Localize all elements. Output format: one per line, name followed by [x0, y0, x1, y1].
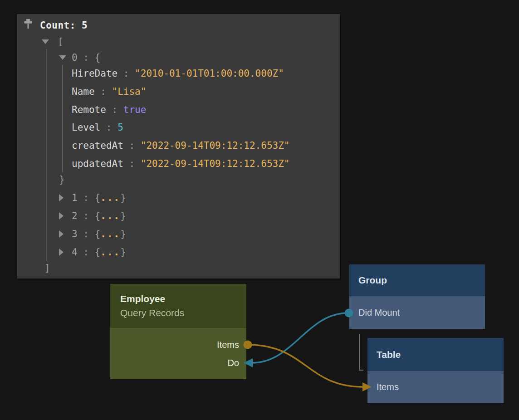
json-token-index: 1 [72, 192, 78, 203]
tree-guide-line [62, 65, 63, 172]
json-token-string: "Lisa" [112, 86, 147, 97]
json-token-key: Name [72, 86, 95, 97]
json-token-punct: : [78, 210, 95, 221]
tree-row: 3 : {...} [59, 226, 126, 242]
wire-didmount-to-do[interactable] [251, 313, 349, 363]
json-token-bool: true [123, 104, 147, 115]
expander-collapsed-icon[interactable] [59, 212, 72, 220]
json-token-punct: } [120, 247, 126, 258]
port-label: Items [377, 382, 399, 392]
node-table[interactable]: Table Items [367, 338, 504, 403]
node-title: Group [358, 275, 387, 286]
tree-row: } [59, 171, 65, 188]
expander-collapsed-icon[interactable] [59, 230, 72, 238]
json-token-key: HireDate [72, 68, 118, 79]
pin-icon[interactable] [23, 19, 33, 32]
json-token-dots: ... [100, 229, 120, 239]
json-token-punct: } [120, 210, 126, 221]
node-employee[interactable]: Employee Query Records Items Do [110, 284, 246, 379]
tree-row: Name : "Lisa" [72, 83, 146, 100]
tree-row: Level : 5 [72, 119, 123, 136]
json-token-index: 4 [72, 247, 78, 258]
json-token-punct: : [123, 158, 141, 169]
json-token-punct: : [100, 122, 118, 133]
json-token-punct: : [118, 68, 135, 79]
tree-guide-line [46, 49, 47, 261]
expander-collapsed-icon[interactable] [59, 194, 72, 201]
tree-row: 0 : { [59, 49, 100, 66]
node-employee-body: Items Do [110, 328, 246, 379]
json-token-string: "2022-09-14T09:12:12.653Z" [141, 158, 290, 169]
json-token-punct: } [120, 229, 126, 239]
expander-collapsed-icon[interactable] [59, 249, 72, 256]
json-token-key: updatedAt [72, 158, 123, 169]
node-subtitle: Query Records [120, 306, 246, 320]
node-group-header: Group [349, 264, 485, 296]
port-group-didmount[interactable]: Did Mount [349, 296, 485, 329]
inspector-panel: Count: 5 [0 : {HireDate : "2010-01-01T01… [17, 14, 340, 278]
port-employee-do[interactable]: Do [227, 357, 239, 369]
node-title: Table [377, 349, 401, 360]
json-token-string: "2022-09-14T09:12:12.653Z" [141, 140, 290, 151]
json-token-index: 3 [72, 229, 78, 239]
json-token-punct: : [78, 52, 95, 63]
port-label: Items [217, 340, 239, 350]
json-token-punct: : [106, 104, 123, 115]
hierarchy-connector-line [359, 334, 363, 370]
json-token-num: 5 [118, 122, 123, 133]
json-token-punct: : [95, 86, 112, 97]
json-token-punct: { [95, 247, 101, 258]
json-token-punct: : [78, 192, 95, 203]
json-token-punct: : [78, 247, 95, 258]
node-title: Employee [120, 292, 246, 306]
port-table-items[interactable]: Items [367, 371, 504, 403]
tree-row: [ [42, 34, 64, 50]
tree-row: createdAt : "2022-09-14T09:12:12.653Z" [72, 137, 289, 154]
node-table-header: Table [367, 338, 504, 371]
tree-row: ] [44, 260, 50, 276]
json-token-key: Level [72, 122, 100, 133]
node-group[interactable]: Group Did Mount [349, 264, 485, 329]
expander-open-icon[interactable] [59, 55, 72, 60]
json-token-dots: ... [100, 192, 120, 203]
tree-row: updatedAt : "2022-09-14T09:12:12.653Z" [72, 156, 289, 172]
expander-open-icon[interactable] [42, 39, 58, 44]
json-token-punct: ] [44, 263, 50, 273]
json-token-punct: { [95, 229, 101, 239]
tree-row: 2 : {...} [59, 208, 126, 224]
inspector-title: Count: 5 [40, 20, 88, 31]
json-token-string: "2010-01-01T01:00:00.000Z" [135, 68, 284, 79]
port-label: Do [227, 358, 239, 368]
json-token-key: createdAt [72, 140, 123, 151]
json-token-index: 2 [72, 210, 78, 221]
json-token-punct: { [95, 192, 101, 203]
port-employee-items[interactable]: Items [217, 339, 239, 351]
tree-row: 1 : {...} [59, 190, 126, 206]
node-employee-header: Employee Query Records [110, 284, 246, 328]
json-token-index: 0 [72, 52, 78, 63]
port-label: Did Mount [358, 308, 400, 318]
json-token-dots: ... [100, 210, 120, 221]
tree-row: Remote : true [72, 102, 146, 118]
tree-row: 4 : {...} [59, 244, 126, 260]
flow-canvas[interactable]: { "inspector": { "pinned": true, "title"… [0, 0, 519, 420]
json-token-key: Remote [72, 104, 106, 115]
json-token-punct: : [78, 229, 95, 239]
json-token-punct: { [95, 52, 101, 63]
json-token-punct: } [59, 174, 65, 185]
json-token-punct: [ [58, 36, 64, 47]
tree-row: HireDate : "2010-01-01T01:00:00.000Z" [72, 65, 284, 82]
json-token-punct: : [123, 140, 141, 151]
json-token-punct: } [120, 192, 126, 203]
wire-items-to-items[interactable] [248, 345, 363, 387]
json-token-punct: { [95, 210, 101, 221]
json-token-dots: ... [100, 247, 120, 258]
